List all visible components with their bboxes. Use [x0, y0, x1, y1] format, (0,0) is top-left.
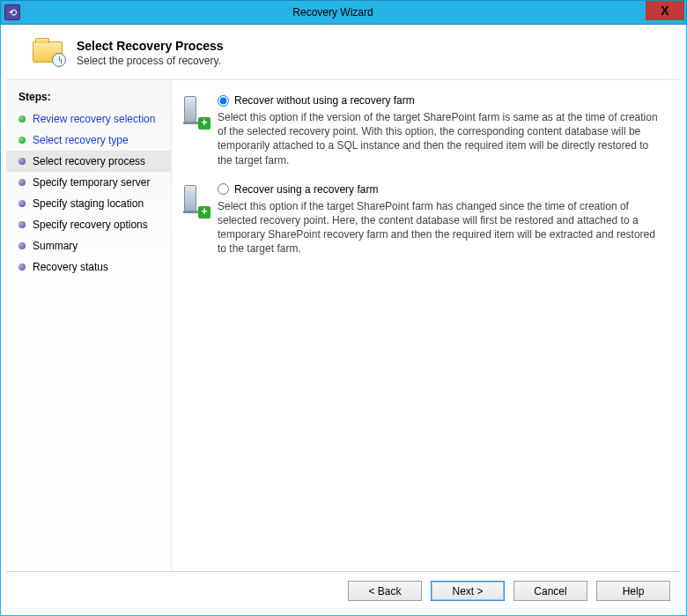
wizard-footer: < Back Next > Cancel Help — [6, 571, 681, 610]
step-bullet-icon — [18, 221, 26, 228]
recovery-option: +Recover without using a recovery farmSe… — [184, 94, 665, 167]
window-title: Recovery Wizard — [20, 6, 646, 19]
step-bullet-icon — [18, 242, 26, 249]
recovery-option-desc: Select this option if the target SharePo… — [218, 199, 665, 256]
step-label: Specify staging location — [33, 197, 144, 210]
step-label: Select recovery process — [33, 155, 145, 167]
steps-sidebar: Steps: Review recovery selectionSelect r… — [6, 80, 172, 571]
step-label: Specify temporary server — [33, 176, 150, 189]
page-subtitle: Select the process of recovery. — [77, 55, 224, 67]
recovery-folder-icon — [33, 39, 64, 65]
step-review-recovery-selection[interactable]: Review recovery selection — [6, 108, 171, 130]
wizard-header: Select Recovery Process Select the proce… — [6, 30, 681, 80]
back-button[interactable]: < Back — [348, 581, 422, 601]
app-icon: ⟲ — [4, 4, 20, 20]
step-select-recovery-process: Select recovery process — [6, 151, 171, 172]
step-bullet-icon — [18, 137, 26, 144]
recovery-option-label[interactable]: Recover using a recovery farm — [234, 183, 378, 196]
close-button[interactable]: X — [646, 1, 684, 20]
titlebar: ⟲ Recovery Wizard X — [0, 0, 687, 25]
window-body: Select Recovery Process Select the proce… — [0, 25, 687, 616]
step-summary: Summary — [6, 235, 171, 256]
recovery-option-label[interactable]: Recover without using a recovery farm — [234, 94, 415, 107]
step-bullet-icon — [18, 158, 26, 165]
step-specify-recovery-options: Specify recovery options — [6, 214, 171, 235]
step-specify-temporary-server: Specify temporary server — [6, 172, 171, 193]
step-label: Review recovery selection — [33, 113, 155, 125]
help-button[interactable]: Help — [596, 581, 670, 601]
step-label: Summary — [33, 240, 78, 252]
step-label: Specify recovery options — [33, 219, 148, 231]
recovery-option: +Recover using a recovery farmSelect thi… — [184, 183, 665, 256]
main-panel: +Recover without using a recovery farmSe… — [172, 80, 681, 571]
recovery-option-desc: Select this option if the version of the… — [218, 110, 665, 167]
server-add-icon: + — [184, 96, 209, 128]
step-bullet-icon — [18, 115, 26, 122]
server-add-icon: + — [184, 185, 209, 217]
step-recovery-status: Recovery status — [6, 256, 171, 278]
step-bullet-icon — [18, 263, 26, 271]
next-button[interactable]: Next > — [431, 581, 505, 601]
recovery-option-radio[interactable] — [218, 183, 229, 195]
step-label: Recovery status — [33, 261, 108, 273]
step-specify-staging-location: Specify staging location — [6, 193, 171, 214]
step-select-recovery-type[interactable]: Select recovery type — [6, 130, 171, 151]
step-bullet-icon — [18, 200, 26, 207]
recovery-option-radio[interactable] — [218, 95, 229, 107]
cancel-button[interactable]: Cancel — [513, 581, 587, 601]
step-label: Select recovery type — [33, 134, 129, 146]
step-bullet-icon — [18, 179, 26, 186]
page-title: Select Recovery Process — [77, 39, 224, 53]
steps-title: Steps: — [6, 87, 171, 108]
